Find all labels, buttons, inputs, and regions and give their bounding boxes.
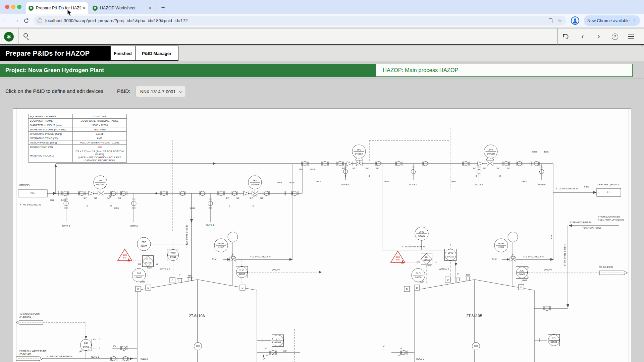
instrument-D[interactable]: D xyxy=(136,286,141,292)
bookmark-star-icon[interactable]: ☆ xyxy=(558,18,562,24)
instrument-2PV-64016A[interactable]: 2PV64016A xyxy=(94,176,107,189)
pnid-label: P&ID: xyxy=(117,88,130,94)
back-icon[interactable]: ← xyxy=(3,17,9,23)
tab-prepare-pids[interactable]: ✱ Prepare P&IDs for HAZOP × xyxy=(26,2,88,14)
instrument-2LG-64006[interactable]: 2LG64006 xyxy=(132,268,146,282)
pid-canvas[interactable]: EQUIPMENT NUMBER2T-6410A/BEQUIPMENT NAME… xyxy=(13,108,631,362)
page-title: Prepare P&IDs for HAZOP xyxy=(0,46,110,61)
equipment-table-row: DESIGN TEMP. (°C)100 xyxy=(29,145,127,149)
tab-title: Prepare P&IDs for HAZOP xyxy=(36,6,81,10)
equipment-table-row: MATERIAL (HOLD 1)CS + 1.27mm CA (3mm CA … xyxy=(29,149,127,163)
mouse-cursor xyxy=(67,9,72,17)
tab-title: HAZOP Worksheet xyxy=(100,6,147,10)
pid-manager-button[interactable]: P&ID Manager xyxy=(135,46,178,61)
instrument-2LI-64104[interactable]: 2LI64104 xyxy=(142,255,154,267)
equipment-table-row: DESIGN PRESS. (barg)FULL OF WATER + 0.02… xyxy=(29,140,127,145)
instrument-D[interactable]: D xyxy=(445,277,451,283)
instrument-2TI-64003[interactable]: 2TI64003 xyxy=(272,335,284,347)
profile-avatar[interactable] xyxy=(571,16,579,25)
instrument-2PV-64018A[interactable]: 2PV64018A xyxy=(352,145,366,159)
menu-button[interactable] xyxy=(626,32,636,41)
nav-forward-button[interactable]: › xyxy=(594,32,604,41)
tab-close-icon[interactable]: × xyxy=(83,5,86,11)
browser-window: ✱ Prepare P&IDs for HAZOP × ✱ HAZOP Work… xyxy=(0,0,644,362)
tab-favicon-icon: ✱ xyxy=(93,6,98,11)
window-minimize-button[interactable] xyxy=(11,5,15,9)
more-menu-icon[interactable]: ⋮ xyxy=(632,18,636,23)
app-logo-cell: ✱ xyxy=(0,28,18,45)
chrome-update-button[interactable]: New Chrome available ⋮ xyxy=(584,15,640,26)
reload-icon[interactable] xyxy=(23,18,30,24)
project-bar: Project: Nova Green Hydrogen Plant xyxy=(0,64,376,77)
tab-close-icon[interactable]: × xyxy=(149,5,152,11)
equipment-table-row: WORKING VOLUME (m3 / BBL)780 / 4910 xyxy=(29,127,127,132)
equipment-table-row: OPERATING PRESS. (barg)0.0125 xyxy=(29,132,127,136)
instrument-2AI-64001[interactable]: 2AI64001 xyxy=(80,339,92,351)
instrument-2TI-64004[interactable]: 2TI64004 xyxy=(548,334,560,346)
new-tab-button[interactable]: + xyxy=(158,3,168,12)
search-icon[interactable] xyxy=(23,33,28,38)
site-info-icon[interactable]: i xyxy=(38,18,42,23)
instrument-D[interactable]: D xyxy=(404,286,410,292)
equipment-table-row: DIAMETER x HEIGHT (mm)11500 x 12000 xyxy=(29,123,127,127)
instrument-ESD-3FD[interactable]: ESD3FD xyxy=(390,250,406,263)
instrument-2LIC-64007[interactable]: 2LIC64007 xyxy=(236,266,248,278)
instrument-D[interactable]: D xyxy=(519,285,524,290)
undo-button[interactable] xyxy=(561,32,571,41)
address-bar[interactable]: i localhost:3000/hazop/pnid_prepare/?pro… xyxy=(34,16,566,25)
instrument-2LG-64008[interactable]: 2LG64008 xyxy=(412,268,425,282)
pnid-select-value: NNX-1314-7-0001 xyxy=(140,89,176,94)
instrument-2PG-64020[interactable]: 2PG64020 xyxy=(137,237,151,251)
pnid-select[interactable]: NNX-1314-7-0001 xyxy=(136,86,186,97)
instrument-2PIC-64018[interactable]: 2PIC64018 xyxy=(444,249,457,261)
instrument-2LI-64105[interactable]: 2LI64105 xyxy=(421,253,432,264)
finished-button[interactable]: Finished xyxy=(110,46,136,61)
reading-mode-icon[interactable] xyxy=(549,18,552,23)
instrument-ESD-3FC[interactable]: ESD3FC xyxy=(117,248,133,261)
instrument-D[interactable]: D xyxy=(170,278,175,283)
equipment-table-row: OPERATING TEMP. (°C)AMB xyxy=(29,136,127,140)
instrument-2PVRV-64019[interactable]: 2PVRV64019 xyxy=(494,239,508,252)
hazop-label: HAZOP: Main process HAZOP xyxy=(376,64,633,77)
url-text: localhost:3000/hazop/pnid_prepare/?proj_… xyxy=(45,18,188,23)
tab-hazop-worksheet[interactable]: ✱ HAZOP Worksheet × xyxy=(90,2,154,14)
equipment-table-row: EQUIPMENT NAMESOUR WATER HOLDING TANKS xyxy=(29,119,127,123)
instruction-text: Click on the P&ID to define and edit dev… xyxy=(5,88,105,94)
tab-favicon-icon: ✱ xyxy=(29,6,34,11)
instrument-MH[interactable]: MH xyxy=(472,342,480,350)
instrument-D[interactable]: D xyxy=(146,285,151,291)
equipment-table-row: EQUIPMENT NUMBER2T-6410A/B xyxy=(29,114,127,119)
tab-strip: ✱ Prepare P&IDs for HAZOP × ✱ HAZOP Work… xyxy=(0,0,644,14)
app-logo-icon[interactable]: ✱ xyxy=(4,32,14,42)
nav-back-button[interactable]: ‹ xyxy=(578,32,588,41)
instrument-D[interactable]: D xyxy=(414,285,420,291)
window-zoom-button[interactable] xyxy=(17,5,21,9)
chevron-down-icon xyxy=(179,90,182,93)
instrument-2PV-64018B[interactable]: 2PV64018B xyxy=(484,145,498,159)
divider xyxy=(0,78,644,78)
instrument-2PV-64016B[interactable]: 2PV64016B xyxy=(248,176,262,189)
instrument-D[interactable]: D xyxy=(240,285,246,291)
forward-icon[interactable]: → xyxy=(14,17,19,23)
equipment-table: EQUIPMENT NUMBER2T-6410A/BEQUIPMENT NAME… xyxy=(28,114,127,163)
help-button[interactable]: ? xyxy=(610,32,620,41)
instrument-2PVRV-64017[interactable]: 2PVRV64017 xyxy=(214,239,228,252)
instrument-2LIC-64009[interactable]: 2LIC64009 xyxy=(516,266,528,279)
tab-divider xyxy=(156,5,156,11)
window-close-button[interactable] xyxy=(5,5,9,9)
app-toolbar: ✱ ‹ › ? xyxy=(0,28,644,45)
instrument-MH[interactable]: MH xyxy=(194,342,202,350)
instrument-2PG-64021[interactable]: 2PG64021 xyxy=(415,227,429,241)
instrument-2PIC-64016[interactable]: 2PIC64016 xyxy=(167,249,179,261)
toolbar-divider xyxy=(557,28,558,45)
